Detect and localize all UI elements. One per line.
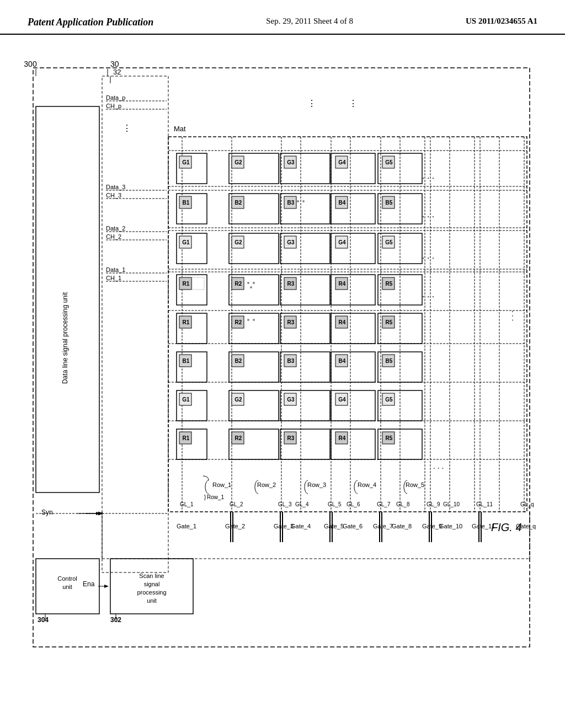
svg-text:R5: R5	[386, 281, 393, 287]
svg-text:· · ·: · · ·	[509, 311, 518, 321]
patent-diagram: 300 30 32 Data line signal processing un…	[0, 35, 565, 708]
svg-text:R2: R2	[235, 319, 242, 325]
svg-text:Row_2: Row_2	[257, 481, 276, 488]
svg-point-185	[247, 319, 249, 321]
svg-text:Row_5: Row_5	[406, 481, 424, 488]
publication-date-sheet: Sep. 29, 2011 Sheet 4 of 8	[266, 17, 353, 26]
svg-text:· · ·: · · ·	[433, 463, 444, 472]
svg-text:· · ·: · · ·	[422, 173, 434, 183]
svg-text:R3: R3	[287, 435, 295, 441]
svg-text:CH_p: CH_p	[106, 103, 121, 109]
svg-text:Data line signal processing un: Data line signal processing unit	[61, 292, 69, 384]
svg-text:}: }	[204, 494, 206, 500]
svg-text:Row_1: Row_1	[212, 481, 231, 488]
svg-text:FIG. 4: FIG. 4	[491, 521, 522, 533]
svg-text:G5: G5	[385, 397, 393, 403]
svg-text:R4: R4	[339, 281, 346, 287]
svg-text:Gate_7: Gate_7	[373, 523, 393, 529]
svg-text:GL_6: GL_6	[347, 501, 360, 507]
svg-rect-57	[192, 277, 204, 290]
svg-text:GL_5: GL_5	[328, 501, 342, 507]
svg-rect-5	[102, 76, 168, 572]
svg-text:G5: G5	[385, 159, 393, 165]
svg-text:processing: processing	[137, 589, 166, 596]
svg-text:B4: B4	[339, 200, 346, 206]
svg-point-186	[253, 319, 255, 321]
svg-text:Data_p: Data_p	[106, 94, 125, 101]
svg-text:G1: G1	[182, 239, 190, 245]
svg-text:Data_1: Data_1	[106, 266, 125, 273]
svg-text:Row_4: Row_4	[358, 481, 376, 488]
svg-text:GL_1: GL_1	[180, 501, 194, 507]
svg-text:· · ·: · · ·	[422, 253, 434, 263]
svg-text:G1: G1	[182, 397, 190, 403]
svg-text:Gate_10: Gate_10	[439, 523, 462, 529]
svg-text:Row_1: Row_1	[207, 494, 225, 500]
svg-text:B3: B3	[287, 358, 295, 364]
svg-text:signal: signal	[144, 581, 160, 587]
svg-text:Ena: Ena	[83, 580, 95, 588]
svg-text:Row_3: Row_3	[307, 481, 326, 488]
svg-text:G5: G5	[385, 239, 393, 245]
svg-text:R3: R3	[287, 319, 295, 325]
svg-text:Scan line: Scan line	[139, 572, 164, 579]
svg-text:Gate_1: Gate_1	[177, 523, 196, 529]
svg-text:GL_9: GL_9	[427, 501, 440, 507]
svg-text:unit: unit	[62, 584, 72, 590]
svg-text:G4: G4	[338, 159, 346, 165]
svg-text:B4: B4	[339, 358, 346, 364]
publication-title: Patent Application Publication	[28, 17, 153, 28]
svg-text:B5: B5	[386, 358, 393, 364]
svg-text:GL_q: GL_q	[520, 501, 534, 507]
svg-point-184	[250, 286, 252, 288]
svg-text:GL_11: GL_11	[476, 501, 493, 507]
svg-text:R2: R2	[235, 281, 242, 287]
svg-text:GL_7: GL_7	[377, 501, 391, 507]
svg-text:Data_3: Data_3	[106, 184, 125, 190]
svg-text:Syn: Syn	[41, 508, 53, 516]
svg-text:Data_2: Data_2	[106, 225, 125, 232]
svg-text:⋮: ⋮	[122, 124, 131, 133]
svg-text:300: 300	[24, 60, 37, 68]
svg-text:· · ·: · · ·	[422, 212, 434, 221]
svg-text:R5: R5	[386, 435, 393, 441]
svg-text:GL_4: GL_4	[295, 501, 309, 507]
svg-text:B3: B3	[287, 200, 295, 206]
svg-text:304: 304	[38, 616, 49, 624]
svg-text:⋮: ⋮	[307, 99, 316, 108]
svg-text:Gate_8: Gate_8	[392, 523, 412, 529]
svg-text:B5: B5	[386, 200, 393, 206]
publication-number: US 2011/0234655 A1	[466, 17, 537, 26]
svg-text:G2: G2	[234, 239, 242, 245]
svg-text:R1: R1	[183, 319, 190, 325]
page-header: Patent Application Publication Sep. 29, …	[0, 0, 565, 35]
svg-text:Gate_2: Gate_2	[225, 523, 245, 529]
svg-text:CH_3: CH_3	[106, 192, 121, 199]
svg-text:GL_2: GL_2	[230, 501, 243, 507]
svg-text:G4: G4	[338, 397, 346, 403]
svg-text:R4: R4	[339, 319, 346, 325]
svg-text:Gate_4: Gate_4	[291, 523, 311, 529]
svg-text:R2: R2	[235, 435, 242, 441]
svg-point-182	[247, 282, 249, 284]
svg-text:G4: G4	[338, 239, 346, 245]
svg-text:GL_10: GL_10	[443, 501, 460, 507]
svg-text:G1: G1	[182, 159, 190, 165]
svg-text:B1: B1	[183, 200, 190, 206]
svg-text:CH_2: CH_2	[106, 233, 121, 240]
svg-text:G3: G3	[287, 159, 295, 165]
svg-text:Control: Control	[57, 575, 77, 582]
svg-text:R4: R4	[339, 435, 346, 441]
svg-text:G3: G3	[287, 397, 295, 403]
svg-text:unit: unit	[147, 597, 157, 604]
svg-text:Mat: Mat	[174, 125, 186, 133]
svg-text:30: 30	[110, 60, 119, 68]
diagram-area: 300 30 32 Data line signal processing un…	[0, 35, 565, 708]
svg-text:⋮: ⋮	[349, 99, 358, 108]
svg-text:B1: B1	[183, 358, 190, 364]
svg-text:R1: R1	[183, 435, 190, 441]
svg-text:Gate_5: Gate_5	[324, 523, 344, 529]
svg-point-187	[297, 200, 299, 202]
svg-text:R5: R5	[386, 319, 393, 325]
svg-text:G2: G2	[234, 397, 242, 403]
